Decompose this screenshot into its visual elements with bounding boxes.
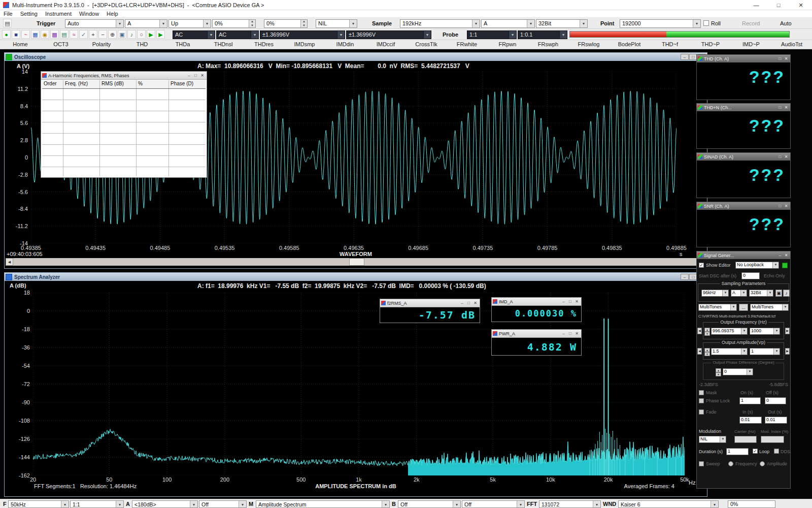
- sound-output-icon[interactable]: ♪: [127, 30, 136, 39]
- cursor-reader-icon[interactable]: ⊕: [108, 30, 117, 39]
- sound-input-icon[interactable]: ○: [137, 30, 146, 39]
- b-mode-select[interactable]: Off▾: [462, 500, 525, 508]
- wave-type-a-select[interactable]: MultiTones▼: [698, 304, 737, 311]
- tab-frswlog[interactable]: FRswlog: [568, 40, 609, 49]
- sample-channel-select[interactable]: A▾: [481, 19, 535, 28]
- harmonic-window-titlebar[interactable]: A-Harmonic Frequencies, RMS, Phases – □ …: [41, 72, 207, 80]
- sample-rate-select[interactable]: 192kHz▾: [400, 19, 480, 28]
- amplitude-spinner[interactable]: ▲▼: [704, 348, 710, 355]
- zoom-in-icon[interactable]: +: [89, 30, 97, 39]
- tab-crosstlk[interactable]: CrossTlk: [406, 40, 447, 49]
- meter-panel-titlebar[interactable]: SNR (Ch. A)□✕: [697, 202, 790, 210]
- maximize-button[interactable]: □: [567, 298, 573, 305]
- tab-bodeplot[interactable]: BodePlot: [609, 40, 650, 49]
- menu-setting[interactable]: Setting: [20, 11, 38, 17]
- meter-panel-titlebar[interactable]: THD (Ch. A)□✕: [697, 55, 790, 62]
- probe-status-select[interactable]: 1:1▾: [70, 500, 124, 508]
- scrollbar-track[interactable]: [13, 258, 698, 266]
- auto-range-label[interactable]: Auto: [780, 20, 792, 26]
- multimeter-icon[interactable]: ◉: [41, 30, 49, 39]
- frequency-slider-right-arrow[interactable]: ▶: [785, 328, 790, 334]
- trigger-edge-select[interactable]: Up▾: [168, 19, 211, 28]
- horizontal-scrollbar[interactable]: ◀ ▶: [6, 258, 706, 266]
- tab-thd[interactable]: THD: [122, 40, 162, 49]
- tab-thdres[interactable]: THDres: [244, 40, 284, 49]
- output-bits-select[interactable]: 32Bit▼: [749, 290, 773, 297]
- minimize-button[interactable]: –: [186, 72, 192, 79]
- start-dsc-field[interactable]: 0: [741, 272, 760, 279]
- point-select[interactable]: 192000▾: [620, 19, 701, 28]
- spectrum-3d-icon[interactable]: ▩: [50, 30, 59, 39]
- close-button[interactable]: ✕: [790, 0, 812, 10]
- trigger-delay-stepper[interactable]: 0%▲▼: [264, 19, 308, 28]
- minimize-button[interactable]: –: [681, 274, 689, 280]
- sample-bits-select[interactable]: 32Bit▾: [536, 19, 588, 28]
- a-mode-select[interactable]: Off▾: [199, 500, 247, 508]
- maximize-button[interactable]: □: [777, 55, 783, 62]
- mod-index-field[interactable]: [761, 436, 784, 443]
- tab-thd-f[interactable]: THD~f: [650, 40, 690, 49]
- a-range-select[interactable]: <180dB>▾: [132, 500, 198, 508]
- trigger-level-stepper[interactable]: 0%▲▼: [212, 19, 256, 28]
- fade-checkbox[interactable]: [699, 409, 704, 415]
- display-icon[interactable]: ▣: [775, 290, 782, 297]
- menu-help[interactable]: Help: [107, 11, 118, 17]
- amplitude-a-field[interactable]: 1.5▼: [711, 348, 748, 355]
- window-function-select[interactable]: Kaiser 6▾: [618, 500, 719, 508]
- wave-type-b-select[interactable]: MultiTones▼: [750, 304, 789, 311]
- minimize-button[interactable]: –: [459, 300, 465, 306]
- minimize-button[interactable]: –: [777, 252, 783, 259]
- browse-button[interactable]: ...: [739, 304, 748, 311]
- tab-thd-p[interactable]: THD~P: [690, 40, 731, 49]
- maximize-button[interactable]: □: [567, 330, 573, 337]
- tab-frswph[interactable]: FRswph: [528, 40, 568, 49]
- scroll-left-arrow-icon[interactable]: ◀: [6, 258, 13, 266]
- trigger-mode-select[interactable]: Auto▾: [65, 19, 124, 28]
- oscilloscope-icon[interactable]: ~: [21, 30, 30, 39]
- close-button[interactable]: ✕: [783, 104, 789, 111]
- frequency-range-select[interactable]: 50kHz▾: [8, 500, 69, 508]
- fade-out-field[interactable]: 0.01: [765, 417, 787, 424]
- phase-field[interactable]: 0▼: [723, 368, 753, 375]
- phase-lock-checkbox[interactable]: [699, 398, 704, 403]
- copy-window-icon[interactable]: ▣: [118, 30, 126, 39]
- play-channel-a-icon[interactable]: ▶: [147, 30, 155, 39]
- b-range-select[interactable]: Off▾: [398, 500, 461, 508]
- sweep-checkbox[interactable]: [699, 461, 704, 466]
- meter-panel-titlebar[interactable]: THD+N (Ch...□✕: [697, 104, 790, 111]
- probe-a-select[interactable]: 1:1▾: [467, 30, 517, 39]
- speaker-icon[interactable]: ♪: [783, 290, 790, 297]
- tab-frwhite[interactable]: FRwhite: [447, 40, 487, 49]
- amplitude-slider-right-arrow[interactable]: ▶: [785, 348, 790, 355]
- data-logger-icon[interactable]: ▤: [60, 30, 69, 39]
- maximize-button[interactable]: □: [192, 72, 199, 79]
- close-button[interactable]: ✕: [573, 298, 580, 305]
- menu-window[interactable]: Window: [79, 11, 99, 17]
- amplitude-b-field[interactable]: 1▼: [750, 348, 780, 355]
- output-sample-rate-select[interactable]: 96kHz▼: [701, 290, 729, 297]
- mask-checkbox[interactable]: [699, 390, 704, 395]
- spectrum-analyzer-icon[interactable]: ▦: [31, 30, 40, 39]
- frequency-b-field[interactable]: 1000▼: [750, 328, 780, 335]
- minimize-button[interactable]: –: [681, 54, 689, 60]
- meter-panel-titlebar[interactable]: SINAD (Ch. A)□✕: [697, 153, 790, 161]
- tab-thdnsl[interactable]: THDnsl: [203, 40, 244, 49]
- frequency-a-field[interactable]: 996.09375▼: [711, 328, 748, 335]
- tab-thda[interactable]: THDa: [162, 40, 203, 49]
- minimize-button[interactable]: –: [560, 330, 567, 337]
- minimize-button[interactable]: —: [745, 0, 767, 10]
- tab-imddin[interactable]: IMDdin: [325, 40, 365, 49]
- spinner-arrows-icon[interactable]: ▲▼: [249, 20, 255, 27]
- spectrum-plot[interactable]: [33, 293, 685, 475]
- sweep-amplitude-radio[interactable]: [760, 461, 765, 466]
- phase-spinner[interactable]: ▲▼: [716, 368, 721, 375]
- maximize-button[interactable]: □: [777, 153, 783, 160]
- close-button[interactable]: ✕: [783, 252, 789, 259]
- trigger-reject-select[interactable]: NIL▾: [316, 19, 357, 28]
- meter-titlebar[interactable]: PWR_A –□✕: [492, 330, 581, 338]
- play-channel-b-icon[interactable]: ▶: [156, 30, 165, 39]
- close-button[interactable]: ✕: [783, 55, 789, 62]
- dds-checkbox[interactable]: [774, 449, 779, 454]
- maximize-button[interactable]: □: [767, 0, 790, 10]
- roll-checkbox[interactable]: [703, 20, 709, 26]
